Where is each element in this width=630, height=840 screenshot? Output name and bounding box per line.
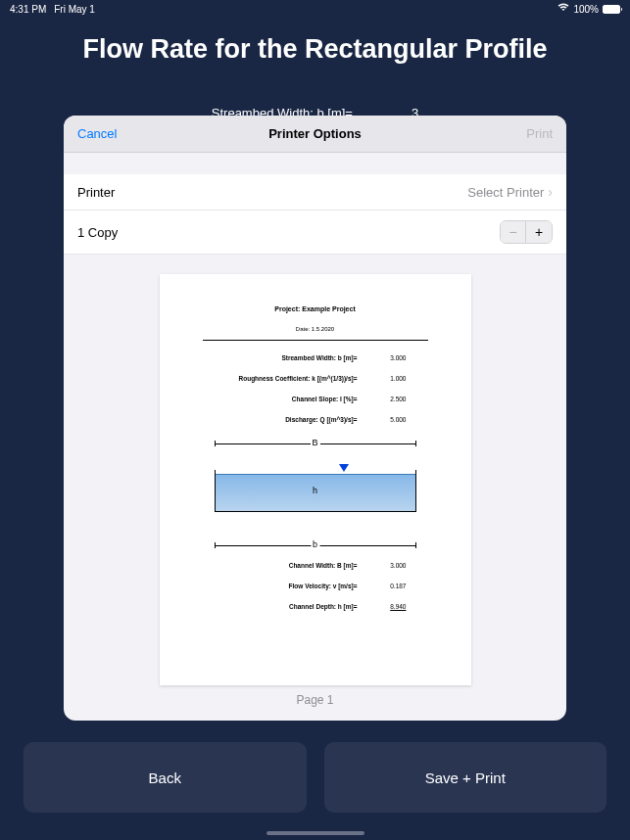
stepper-plus-button[interactable]: + — [526, 221, 552, 243]
cancel-button[interactable]: Cancel — [77, 126, 117, 141]
chevron-right-icon: › — [548, 184, 553, 200]
print-preview-area: Project: Example Project Date: 1.5.2020 … — [64, 255, 566, 721]
channel-diagram: B h b — [215, 441, 416, 548]
modal-title: Printer Options — [64, 126, 566, 141]
status-date: Fri May 1 — [54, 4, 95, 15]
save-print-button[interactable]: Save + Print — [324, 742, 607, 813]
back-button[interactable]: Back — [24, 742, 307, 813]
preview-date: Date: 1.5.2020 — [185, 326, 446, 332]
page-number: Page 1 — [296, 693, 333, 707]
param-value: 2.500 — [358, 396, 407, 402]
param-label: Channel Slope: I [%]= — [185, 396, 358, 402]
result-label: Channel Depth: h [m]= — [185, 603, 358, 610]
bottom-buttons: Back Save + Print — [24, 742, 606, 813]
param-row: Discharge: Q [(m^3)/s]=5.000 — [185, 416, 407, 423]
result-row: Channel Width: B [m]=3.000 — [185, 562, 407, 569]
result-label: Flow Velocity: v [m/s]= — [185, 583, 358, 589]
param-row: Streambed Width: b [m]=3.000 — [185, 354, 407, 361]
result-value: 0.187 — [358, 583, 407, 589]
wifi-icon — [557, 3, 569, 14]
copies-stepper: − + — [500, 220, 553, 244]
printer-value: Select Printer — [467, 185, 544, 200]
printer-label: Printer — [77, 185, 115, 200]
print-button: Print — [526, 126, 553, 141]
copies-label: 1 Copy — [77, 225, 118, 240]
preview-divider — [203, 340, 428, 341]
home-indicator[interactable] — [267, 831, 364, 835]
param-value: 1.000 — [358, 375, 407, 382]
result-value: 3.000 — [358, 562, 407, 569]
param-value: 5.000 — [358, 416, 407, 423]
result-row: Flow Velocity: v [m/s]=0.187 — [185, 583, 407, 589]
depth-label: h — [313, 486, 317, 495]
printer-row[interactable]: Printer Select Printer › — [64, 174, 566, 210]
battery-icon — [603, 5, 620, 14]
water-arrow-icon — [339, 464, 349, 472]
page-preview[interactable]: Project: Example Project Date: 1.5.2020 … — [160, 274, 471, 685]
dim-top-label: B — [310, 438, 319, 447]
param-row: Channel Slope: I [%]=2.500 — [185, 396, 407, 402]
param-label: Streambed Width: b [m]= — [185, 354, 358, 361]
modal-header: Cancel Printer Options Print — [64, 116, 566, 153]
status-bar: 4:31 PM Fri May 1 100% — [0, 0, 630, 19]
copies-row: 1 Copy − + — [64, 210, 566, 255]
stepper-minus-button[interactable]: − — [501, 221, 526, 243]
preview-project: Project: Example Project — [185, 305, 446, 312]
battery-percent: 100% — [573, 4, 599, 15]
result-row: Channel Depth: h [m]=8.940 — [185, 603, 407, 610]
printer-options-modal: Cancel Printer Options Print Printer Sel… — [64, 116, 566, 721]
param-value: 3.000 — [358, 354, 407, 361]
param-label: Roughness Coefficient: k [(m^(1/3))/s]= — [185, 375, 358, 382]
result-value: 8.940 — [358, 603, 407, 610]
param-label: Discharge: Q [(m^3)/s]= — [185, 416, 358, 423]
result-label: Channel Width: B [m]= — [185, 562, 358, 569]
page-title: Flow Rate for the Rectangular Profile — [0, 34, 630, 65]
param-row: Roughness Coefficient: k [(m^(1/3))/s]=1… — [185, 375, 407, 382]
dim-bot-label: b — [311, 539, 319, 549]
status-time: 4:31 PM — [10, 4, 46, 15]
